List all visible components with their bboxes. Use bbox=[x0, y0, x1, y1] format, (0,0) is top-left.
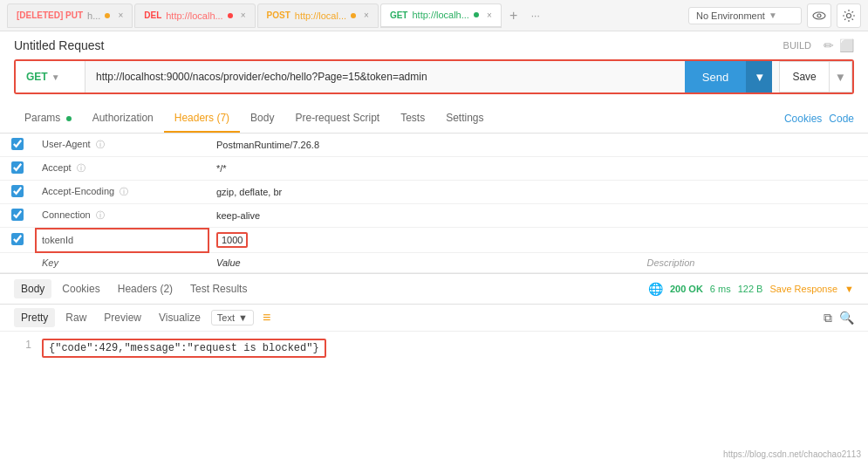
response-action-icons: ⧉ 🔍 bbox=[824, 311, 854, 326]
text-format-selector[interactable]: Text ▼ bbox=[211, 310, 254, 326]
tab-body[interactable]: Body bbox=[240, 105, 284, 133]
table-row: User-Agent ⓘ PostmanRuntime/7.26.8 bbox=[0, 134, 868, 157]
build-label: BUILD bbox=[783, 40, 811, 51]
tab-prerequest[interactable]: Pre-request Script bbox=[284, 105, 390, 133]
search-icon[interactable]: 🔍 bbox=[839, 311, 854, 326]
info-icon-3: ⓘ bbox=[120, 187, 128, 196]
tab-deleted-put[interactable]: [DELETED] PUT h... × bbox=[7, 3, 133, 28]
table-row: Connection ⓘ keep-alive bbox=[0, 204, 868, 228]
save-response-arrow[interactable]: ▼ bbox=[844, 284, 854, 294]
tab-tests[interactable]: Tests bbox=[390, 105, 435, 133]
headers-table: User-Agent ⓘ PostmanRuntime/7.26.8 Accep… bbox=[0, 134, 868, 273]
cookies-link[interactable]: Cookies bbox=[784, 113, 822, 125]
eye-icon bbox=[812, 9, 826, 23]
response-section: Body Cookies Headers (2) Test Results 🌐 … bbox=[0, 273, 868, 384]
tab-close-post[interactable]: × bbox=[364, 10, 369, 20]
save-icon[interactable]: ⬜ bbox=[839, 38, 854, 52]
settings-icon bbox=[842, 9, 856, 23]
format-bar: Pretty Raw Preview Visualize Text ▼ ≡ ⧉ … bbox=[0, 305, 868, 332]
empty-value-label: Value bbox=[209, 253, 639, 273]
header-desc-4 bbox=[639, 204, 868, 228]
header-checkbox-tokenid[interactable] bbox=[11, 233, 24, 245]
response-time: 6 ms bbox=[710, 284, 731, 294]
tab-params[interactable]: Params bbox=[14, 105, 82, 133]
empty-key-label: Key bbox=[35, 253, 209, 273]
header-key-1: User-Agent ⓘ bbox=[35, 134, 209, 157]
tab-settings[interactable]: Settings bbox=[435, 105, 494, 133]
watermark: https://blog.csdn.net/chaochao2113 bbox=[723, 449, 861, 459]
settings-icon-button[interactable] bbox=[837, 3, 861, 28]
header-checkbox-1[interactable] bbox=[11, 138, 24, 150]
code-link[interactable]: Code bbox=[829, 113, 854, 125]
header-value-tokenid: 1000 bbox=[209, 228, 639, 253]
header-actions: BUILD ✏ ⬜ bbox=[783, 38, 854, 52]
tab-headers[interactable]: Headers (7) bbox=[164, 105, 240, 133]
tab-method-put: [DELETED] PUT bbox=[17, 10, 83, 20]
header-checkbox-2[interactable] bbox=[11, 161, 24, 174]
tab-close-del[interactable]: × bbox=[241, 10, 246, 20]
tab-dot-post bbox=[351, 13, 356, 18]
header-desc-3 bbox=[639, 181, 868, 204]
header-checkbox-4[interactable] bbox=[11, 209, 24, 221]
response-tab-test-results[interactable]: Test Results bbox=[183, 279, 254, 298]
code-line-1: 1 {"code":429,"message":"request is bloc… bbox=[14, 339, 854, 358]
environment-selector[interactable]: No Environment ▼ bbox=[688, 7, 802, 24]
send-button[interactable]: Send bbox=[685, 61, 746, 93]
url-bar: GET ▼ Send ▼ Save ▼ bbox=[14, 59, 854, 94]
header-checkbox-3[interactable] bbox=[11, 185, 24, 197]
edit-icon[interactable]: ✏ bbox=[824, 38, 834, 52]
copy-icon[interactable]: ⧉ bbox=[824, 311, 832, 326]
tab-del[interactable]: DEL http://localh... × bbox=[134, 3, 255, 28]
info-icon-4: ⓘ bbox=[96, 210, 105, 220]
tab-dot-put bbox=[105, 13, 110, 18]
save-response-button[interactable]: Save Response bbox=[769, 284, 837, 294]
method-selector[interactable]: GET ▼ bbox=[16, 61, 85, 93]
wrap-icon[interactable]: ≡ bbox=[263, 310, 270, 326]
table-row-empty: Key Value Description bbox=[0, 253, 868, 273]
table-row: Accept ⓘ */* bbox=[0, 157, 868, 181]
svg-point-0 bbox=[813, 12, 825, 19]
eye-icon-button[interactable] bbox=[807, 3, 831, 28]
tab-close-put[interactable]: × bbox=[118, 10, 123, 20]
save-button[interactable]: Save bbox=[779, 61, 829, 93]
new-tab-button[interactable]: + bbox=[503, 5, 524, 26]
method-value: GET bbox=[26, 71, 48, 83]
format-pretty[interactable]: Pretty bbox=[14, 308, 55, 327]
format-label: Text bbox=[217, 312, 235, 323]
tab-get[interactable]: GET http://localh... × bbox=[380, 3, 502, 28]
response-tab-body[interactable]: Body bbox=[14, 279, 51, 298]
header-key-4: Connection ⓘ bbox=[35, 204, 209, 228]
format-preview[interactable]: Preview bbox=[97, 308, 148, 327]
svg-point-1 bbox=[817, 14, 821, 17]
format-visualize[interactable]: Visualize bbox=[152, 308, 208, 327]
svg-point-2 bbox=[847, 13, 851, 17]
request-nav-tabs: Params Authorization Headers (7) Body Pr… bbox=[0, 105, 868, 134]
tab-post[interactable]: POST http://local... × bbox=[257, 3, 379, 28]
response-tab-headers[interactable]: Headers (2) bbox=[111, 279, 180, 298]
empty-desc-label: Description bbox=[639, 253, 868, 273]
more-tabs-button[interactable]: ··· bbox=[526, 10, 545, 22]
url-input[interactable] bbox=[85, 61, 685, 93]
format-raw[interactable]: Raw bbox=[58, 308, 93, 327]
tab-authorization[interactable]: Authorization bbox=[82, 105, 164, 133]
request-title: Untitled Request bbox=[14, 38, 105, 52]
header-desc-1 bbox=[639, 134, 868, 157]
info-icon-1: ⓘ bbox=[96, 140, 105, 149]
header-value-3: gzip, deflate, br bbox=[209, 181, 639, 204]
headers-area: User-Agent ⓘ PostmanRuntime/7.26.8 Accep… bbox=[0, 134, 868, 273]
tokenid-row: tokenId 1000 bbox=[0, 228, 868, 253]
code-content: {"code":429,"message":"request is blocke… bbox=[42, 339, 326, 358]
status-code: 200 OK bbox=[670, 284, 703, 294]
tab-dot-del bbox=[228, 13, 233, 18]
response-tab-cookies[interactable]: Cookies bbox=[55, 279, 106, 298]
header-key-3: Accept-Encoding ⓘ bbox=[35, 181, 209, 204]
tab-url-del: http://localh... bbox=[166, 10, 222, 21]
save-dropdown-button[interactable]: ▼ bbox=[830, 61, 852, 93]
tab-method-get: GET bbox=[390, 10, 408, 20]
table-row: Accept-Encoding ⓘ gzip, deflate, br bbox=[0, 181, 868, 204]
method-dropdown-icon: ▼ bbox=[51, 72, 60, 82]
header-desc-2 bbox=[639, 157, 868, 181]
send-dropdown-button[interactable]: ▼ bbox=[746, 61, 772, 93]
tab-close-get[interactable]: × bbox=[487, 10, 492, 20]
response-status-area: 🌐 200 OK 6 ms 122 B Save Response ▼ bbox=[648, 282, 854, 296]
